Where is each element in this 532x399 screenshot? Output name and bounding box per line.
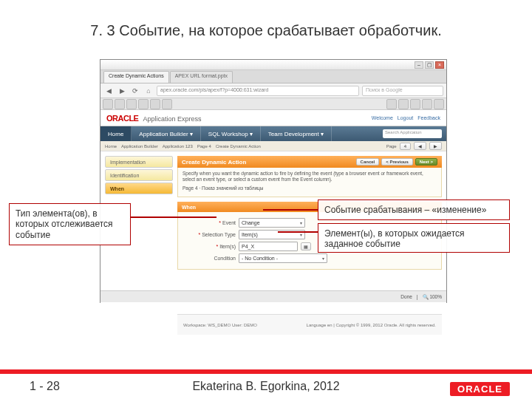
toolbar-icon[interactable]: [162, 99, 172, 109]
toolbar-icon[interactable]: [150, 99, 160, 109]
copyright-info: Language en | Copyright © 1999, 2012 Ora…: [307, 323, 436, 327]
chevron-down-icon: ▾: [322, 256, 324, 261]
toolbar-icon[interactable]: [126, 99, 137, 109]
panel-title: Create Dynamic Action: [182, 159, 246, 166]
apex-subbar: Home Application Builder Application 123…: [100, 141, 446, 151]
breadcrumb-item[interactable]: Application Builder: [121, 144, 158, 149]
browser-search-input[interactable]: Поиск в Google: [362, 86, 443, 96]
breadcrumb: Home Application Builder Application 123…: [105, 144, 261, 149]
apex-search-input[interactable]: Search Application: [383, 129, 442, 138]
condition-value: - No Condition -: [242, 256, 278, 261]
wizard-step-when[interactable]: When: [105, 183, 173, 194]
condition-select[interactable]: - No Condition -▾: [239, 253, 327, 263]
browser-window: – ▢ × Create Dynamic Actions APEX URL fo…: [100, 59, 447, 303]
apex-footer-strip: Workspace: WS_DEMO User: DEMO Language e…: [177, 314, 442, 335]
items-picker-icon[interactable]: ▦: [301, 242, 311, 250]
breadcrumb-item: Create Dynamic Action: [216, 144, 261, 149]
callout-line-right1: [263, 209, 318, 211]
window-close-button[interactable]: ×: [435, 61, 444, 69]
hint-text-1: Specify when you want the dynamic action…: [183, 171, 437, 183]
callout-line-left: [131, 216, 216, 218]
panel-hint: Specify when you want the dynamic action…: [177, 168, 442, 197]
footer-redbar: [0, 369, 532, 374]
toolbar-icon[interactable]: [434, 99, 444, 109]
back-icon[interactable]: ◀: [103, 86, 114, 96]
chevron-down-icon: ▾: [300, 220, 302, 225]
forward-icon[interactable]: ▶: [117, 86, 127, 96]
wizard-step-implementation[interactable]: Implementation: [105, 156, 173, 168]
toolbar-icon[interactable]: [422, 99, 432, 109]
items-value: P4_X: [242, 244, 254, 249]
browser-tab-active[interactable]: Create Dynamic Actions: [103, 71, 169, 83]
browser-tab-inactive[interactable]: APEX URL format.pptx: [170, 71, 233, 83]
callout-event: Событие срабатывания – «изменение»: [318, 200, 510, 220]
callout-line-right2: [278, 231, 318, 233]
apex-menu: Home Application Builder ▾ SQL Workshop …: [100, 126, 446, 141]
event-value: Change: [242, 220, 260, 225]
menu-sql-workshop[interactable]: SQL Workshop ▾: [201, 126, 261, 141]
label-event: Event: [222, 220, 236, 225]
toolbar-icon[interactable]: [410, 99, 420, 109]
link-logout[interactable]: Logout: [398, 115, 413, 120]
toolbar-icon[interactable]: [103, 99, 113, 109]
page-number-input[interactable]: 4: [400, 143, 411, 150]
breadcrumb-item[interactable]: Page 4: [197, 144, 211, 149]
prev-button[interactable]: < Previous: [381, 158, 413, 166]
label-items: Item(s): [219, 244, 236, 249]
slide-footer: 1 - 28 Ekaterina B. Egorkina, 2012 ORACL…: [0, 369, 532, 399]
browser-tabs: Create Dynamic Actions APEX URL format.p…: [100, 70, 446, 83]
selection-type-value: Item(s): [242, 232, 258, 237]
menu-home[interactable]: Home: [100, 126, 132, 141]
window-minimize-button[interactable]: –: [415, 61, 423, 69]
page-prev-button[interactable]: ◀: [414, 142, 426, 150]
menu-team-dev[interactable]: Team Development ▾: [261, 126, 332, 141]
window-maximize-button[interactable]: ▢: [425, 61, 434, 69]
footer-oracle-logo: ORACLE: [450, 383, 510, 395]
url-input[interactable]: apex.oracle.com/pls/apex/f?p=4000:631:wi…: [157, 86, 359, 96]
hint-text-2: Page 4 · Показ значений из таблицы: [183, 185, 437, 191]
wizard-step-identification[interactable]: Identification: [105, 169, 173, 181]
bookmarks-toolbar: [100, 98, 446, 110]
label-condition: Condition: [214, 256, 236, 261]
home-icon[interactable]: ⌂: [143, 86, 154, 96]
breadcrumb-item[interactable]: Home: [105, 144, 117, 149]
page-label: Page: [386, 144, 397, 149]
slide-title: 7. 3 Событие, на которое срабатывает обр…: [0, 0, 532, 47]
breadcrumb-item[interactable]: Application 123: [163, 144, 193, 149]
toolbar-icon[interactable]: [398, 99, 409, 109]
apex-top-links: Welcome Logout Feedback: [372, 115, 440, 120]
event-select[interactable]: Change▾: [239, 218, 305, 228]
status-done: Done: [400, 294, 412, 299]
link-feedback[interactable]: Feedback: [417, 115, 440, 120]
workspace-info: Workspace: WS_DEMO User: DEMO: [183, 323, 257, 327]
link-welcome[interactable]: Welcome: [372, 115, 393, 120]
toolbar-icon[interactable]: [115, 99, 125, 109]
chevron-down-icon: ▾: [300, 232, 302, 237]
toolbar-icon[interactable]: [138, 99, 149, 109]
window-titlebar: – ▢ ×: [100, 60, 446, 70]
toolbar-icon[interactable]: [386, 99, 397, 109]
callout-selection-type: Тип элемента(ов), в которых отслеживаетс…: [9, 203, 131, 245]
panel-header: Create Dynamic Action Cancel < Previous …: [177, 156, 442, 168]
label-selection-type: Selection Type: [202, 232, 236, 237]
apex-app-name: Application Express: [143, 115, 201, 123]
browser-toolbar: ◀ ▶ ⟳ ⌂ apex.oracle.com/pls/apex/f?p=400…: [100, 83, 446, 98]
apex-header: ORACLE Application Express Welcome Logou…: [100, 110, 446, 126]
cancel-button[interactable]: Cancel: [356, 158, 380, 166]
reload-icon[interactable]: ⟳: [130, 86, 140, 96]
page-next-button[interactable]: ▶: [429, 142, 442, 150]
zoom-level[interactable]: 🔍 100%: [423, 294, 442, 300]
browser-status-bar: Done | 🔍 100%: [100, 290, 446, 302]
next-button[interactable]: Next >: [415, 158, 437, 166]
callout-items: Элемент(ы), в которых ожидается заданное…: [318, 223, 510, 253]
items-input[interactable]: P4_X: [239, 242, 298, 251]
menu-app-builder[interactable]: Application Builder ▾: [132, 126, 200, 141]
status-divider: |: [417, 294, 418, 299]
oracle-logo: ORACLE: [106, 114, 138, 123]
